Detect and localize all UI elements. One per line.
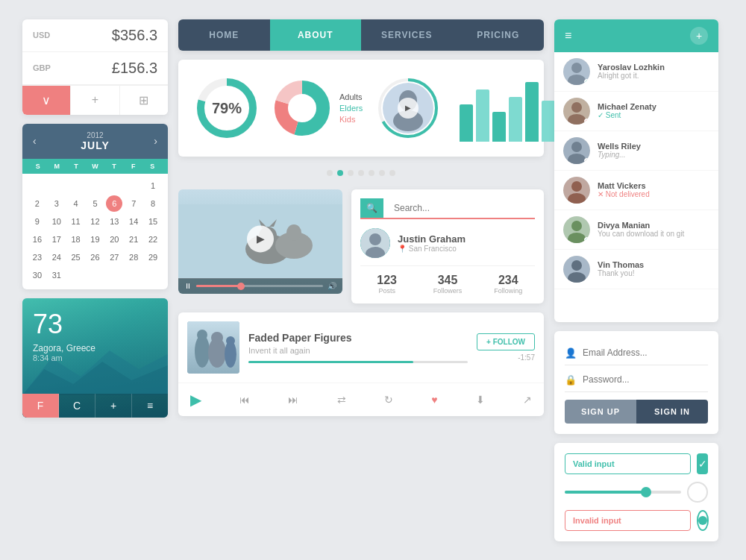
calendar-cell[interactable]: 27 <box>106 249 122 265</box>
avatar-svg <box>360 228 390 258</box>
signin-button[interactable]: SIGN IN <box>636 400 708 424</box>
calendar-cell[interactable]: 15 <box>145 213 161 230</box>
chat-item-divya[interactable]: Divya Manian You can download it on git <box>554 210 718 250</box>
slider-track[interactable] <box>565 491 681 494</box>
tab-pricing[interactable]: PRICING <box>453 19 545 51</box>
dot-5[interactable] <box>369 170 374 176</box>
slider-fill <box>565 491 646 494</box>
currency-grid-btn[interactable]: ⊞ <box>120 85 168 115</box>
chat-add-btn[interactable]: + <box>690 27 708 45</box>
calendar-month: JULY <box>81 139 110 151</box>
search-input[interactable] <box>389 198 535 218</box>
calendar-cell[interactable]: 8 <box>145 195 161 212</box>
signup-button[interactable]: SIGN UP <box>565 400 636 424</box>
currency-add-btn[interactable]: + <box>71 85 119 115</box>
calendar-cell[interactable]: 17 <box>48 231 65 248</box>
chat-menu-icon[interactable]: ≡ <box>565 29 571 43</box>
cal-next-btn[interactable]: › <box>154 135 157 147</box>
dot-6[interactable] <box>379 170 385 176</box>
calendar-cell[interactable]: 1 <box>145 177 161 194</box>
calendar-month-year: 2012 JULY <box>81 131 110 151</box>
dot-4[interactable] <box>358 170 364 176</box>
email-field-row: 👤 <box>565 342 708 365</box>
usd-label: USD <box>33 31 60 40</box>
music-prev-btn[interactable]: ⏮ <box>236 392 253 407</box>
music-download-btn[interactable]: ⬇ <box>473 392 488 407</box>
music-repeat-btn[interactable]: ↻ <box>381 392 396 407</box>
valid-input[interactable] <box>565 453 691 474</box>
profile-play-btn[interactable]: ▶ <box>398 98 419 119</box>
slider-thumb[interactable] <box>641 487 651 497</box>
music-shuffle-btn[interactable]: ⇄ <box>334 392 349 407</box>
radio-checked[interactable] <box>697 510 709 531</box>
calendar-cell[interactable]: 29 <box>145 249 161 265</box>
calendar-cell[interactable]: 14 <box>125 213 142 230</box>
radio-unchecked[interactable] <box>687 482 708 503</box>
dot-3[interactable] <box>348 170 354 176</box>
music-progress-bar[interactable] <box>248 361 468 363</box>
calendar-cell[interactable]: 10 <box>48 213 65 230</box>
pause-btn[interactable]: ⏸ <box>184 282 192 290</box>
calendar-cell[interactable]: 9 <box>29 213 46 230</box>
calendar-cell[interactable]: 3 <box>48 195 65 212</box>
tab-home[interactable]: HOME <box>178 19 270 51</box>
calendar-cell[interactable]: 22 <box>145 231 161 248</box>
calendar-cell[interactable]: 5 <box>87 195 103 212</box>
weather-btn-c[interactable]: C <box>59 394 95 418</box>
calendar-cell[interactable]: 31 <box>48 267 65 283</box>
calendar-cell[interactable]: 18 <box>68 231 84 248</box>
password-input[interactable] <box>583 374 708 385</box>
weather-btn-add[interactable]: + <box>95 394 132 418</box>
dot-7[interactable] <box>389 170 395 176</box>
chat-item-wells[interactable]: Wells Riley Typing... <box>554 131 718 171</box>
music-play-btn[interactable]: ▶ <box>187 389 204 410</box>
follow-button[interactable]: + FOLLOW <box>477 333 535 350</box>
calendar-cell[interactable]: 24 <box>48 249 65 265</box>
chat-name-wells: Wells Riley <box>598 142 709 151</box>
calendar-cell[interactable]: 16 <box>29 231 46 248</box>
calendar-cell[interactable]: 26 <box>87 249 103 265</box>
calendar-cell[interactable]: 23 <box>29 249 46 265</box>
calendar-cell[interactable]: 6 <box>106 195 122 212</box>
music-share-btn[interactable]: ↗ <box>520 392 535 407</box>
calendar-cell[interactable]: 30 <box>29 267 46 283</box>
calendar-cell[interactable]: 12 <box>87 213 103 230</box>
weather-btn-menu[interactable]: ≡ <box>132 394 168 418</box>
music-next-btn[interactable]: ⏭ <box>285 392 301 407</box>
calendar-cell[interactable]: 20 <box>106 231 122 248</box>
chat-item-matt[interactable]: Matt Vickers ✕ Not delivered <box>554 171 718 210</box>
calendar-cell[interactable]: 11 <box>68 213 84 230</box>
weather-btn-f[interactable]: F <box>22 394 59 418</box>
calendar-cell[interactable]: 25 <box>68 249 84 265</box>
music-main: Faded Paper Figures Invent it all again … <box>178 312 544 383</box>
day-t1: T <box>66 163 86 170</box>
invalid-input[interactable] <box>565 510 691 531</box>
calendar-cell[interactable]: 4 <box>68 195 84 212</box>
tab-services[interactable]: SERVICES <box>361 19 453 51</box>
volume-btn[interactable]: 🔊 <box>327 282 336 290</box>
calendar-cell[interactable]: 21 <box>125 231 142 248</box>
dot-2[interactable] <box>337 170 343 176</box>
video-progress-fill <box>196 285 241 287</box>
calendar-cell <box>125 177 142 194</box>
calendar-cell[interactable]: 2 <box>29 195 46 212</box>
email-input[interactable] <box>583 347 708 358</box>
music-fav-btn[interactable]: ♥ <box>428 392 440 407</box>
calendar-cell[interactable]: 19 <box>87 231 103 248</box>
tab-about[interactable]: ABOUT <box>270 19 362 51</box>
day-f: F <box>124 163 143 170</box>
check-icon[interactable]: ✓ <box>697 453 708 474</box>
calendar-cell[interactable]: 28 <box>125 249 142 265</box>
currency-down-btn[interactable]: ∨ <box>22 85 71 115</box>
chat-item-vin[interactable]: Vin Thomas Thank you! <box>554 250 718 289</box>
calendar-cell[interactable]: 7 <box>125 195 142 212</box>
chat-item-michael[interactable]: Michael Zenaty ✓ Sent <box>554 92 718 131</box>
chat-item-yaroslav[interactable]: Yaroslav Lozhkin Alright got it. <box>554 52 718 92</box>
video-play-btn[interactable]: ▶ <box>247 225 274 252</box>
dot-1[interactable] <box>327 170 333 176</box>
weather-actions: F C + ≡ <box>22 394 168 418</box>
cal-prev-btn[interactable]: ‹ <box>33 135 37 147</box>
calendar-cell[interactable]: 13 <box>106 213 122 230</box>
video-progress-bar[interactable] <box>196 285 323 287</box>
music-controls: ▶ ⏮ ⏭ ⇄ ↻ ♥ ⬇ ↗ <box>178 383 544 416</box>
